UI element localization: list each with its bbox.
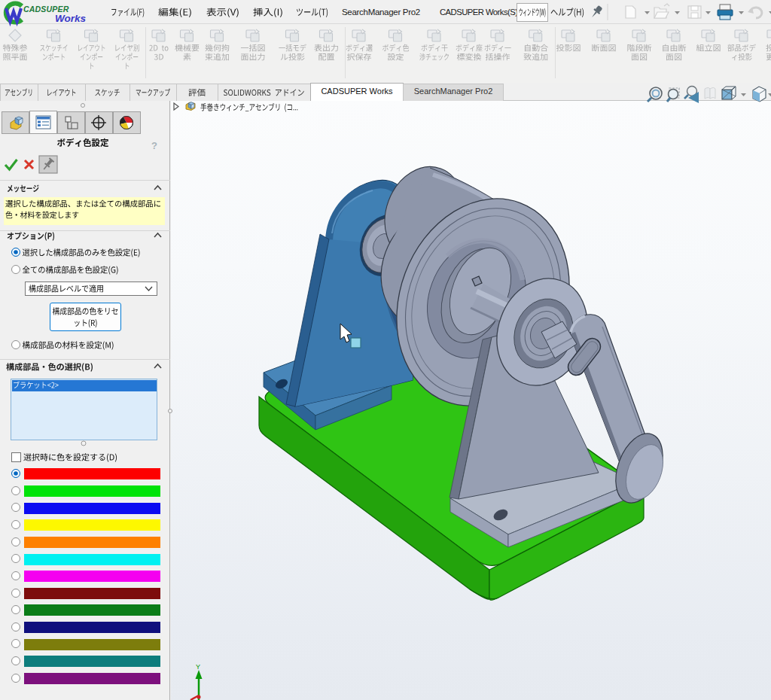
svg-text:?: ?: [151, 140, 157, 151]
svg-text:Y: Y: [196, 663, 200, 671]
svg-text:Works: Works: [55, 13, 87, 24]
